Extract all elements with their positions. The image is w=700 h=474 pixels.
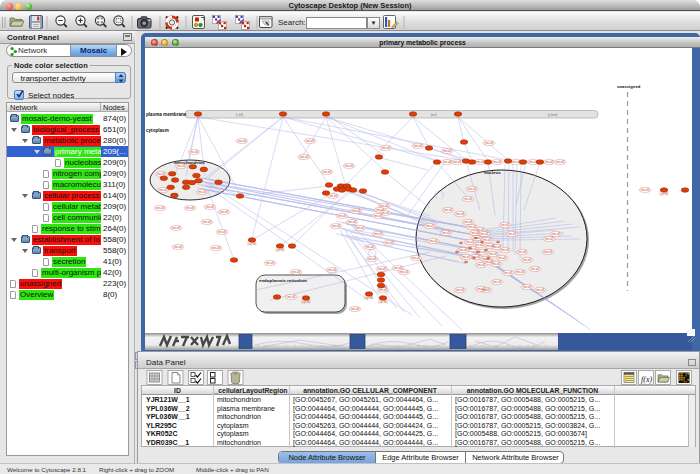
svg-text:f(x): f(x): [641, 375, 652, 384]
svg-text:(mit-a8): (mit-a8): [352, 209, 361, 213]
svg-text:(mit-a8): (mit-a8): [523, 258, 532, 262]
svg-text:(cyt-h8): (cyt-h8): [365, 296, 374, 300]
svg-text:(mit-a8): (mit-a8): [518, 250, 527, 254]
svg-text:(cyt-h8): (cyt-h8): [660, 192, 669, 196]
svg-text:(mit-a8): (mit-a8): [456, 288, 465, 292]
svg-text:(mit-a8): (mit-a8): [300, 155, 309, 159]
svg-text:(mit-a8): (mit-a8): [368, 257, 377, 261]
svg-text:(mit-a8): (mit-a8): [382, 146, 391, 150]
svg-text:(mit-a8): (mit-a8): [198, 190, 207, 194]
svg-text:(mit-a8): (mit-a8): [453, 160, 462, 164]
svg-text:(mit-a8): (mit-a8): [429, 239, 438, 243]
svg-text:(mit-a8): (mit-a8): [466, 240, 475, 244]
svg-text:(mit-a8): (mit-a8): [443, 149, 452, 153]
svg-text:(mit-a8): (mit-a8): [378, 267, 387, 271]
svg-text:(mit-a8): (mit-a8): [177, 164, 186, 168]
svg-text:[p-bind]: [p-bind]: [548, 113, 558, 117]
svg-text:unassigned: unassigned: [617, 84, 641, 89]
svg-text:(mit-a8): (mit-a8): [190, 150, 199, 154]
svg-text:nucleus: nucleus: [484, 170, 501, 175]
svg-text:(mit-a8): (mit-a8): [536, 288, 545, 292]
svg-text:(mit-a8): (mit-a8): [476, 160, 485, 164]
svg-text:(mit-a8): (mit-a8): [523, 285, 532, 289]
svg-text:(mit-a8): (mit-a8): [552, 232, 561, 236]
svg-text:(mit-a8): (mit-a8): [174, 245, 183, 249]
svg-text:(mit-a8): (mit-a8): [159, 188, 168, 192]
svg-text:(mit-a8): (mit-a8): [212, 246, 221, 250]
svg-text:(mit-a8): (mit-a8): [475, 243, 484, 247]
svg-text:(mit-a8): (mit-a8): [501, 223, 510, 227]
svg-text:(mit-a8): (mit-a8): [329, 194, 338, 198]
svg-text:(mit-a8): (mit-a8): [203, 220, 212, 224]
svg-text:(mit-a8): (mit-a8): [468, 187, 477, 191]
svg-text:endoplasmic reticulum: endoplasmic reticulum: [259, 278, 307, 283]
svg-text:(mit-a8): (mit-a8): [556, 160, 565, 164]
svg-text:(mit-a8): (mit-a8): [306, 139, 315, 143]
svg-text:[m-t]: [m-t]: [431, 113, 437, 117]
svg-text:(mit-a8): (mit-a8): [220, 210, 229, 214]
svg-text:cytoplasm: cytoplasm: [146, 128, 169, 133]
svg-text:(mit-a8): (mit-a8): [385, 241, 394, 245]
svg-text:(mit-a8): (mit-a8): [379, 288, 388, 292]
svg-text:(mit-a8): (mit-a8): [412, 256, 421, 260]
svg-text:(mit-a8): (mit-a8): [328, 268, 337, 272]
svg-text:(mit-a8): (mit-a8): [426, 224, 435, 228]
svg-text:(mit-a8): (mit-a8): [414, 144, 423, 148]
svg-text:(mit-a8): (mit-a8): [443, 160, 452, 164]
svg-text:(mit-a8): (mit-a8): [206, 205, 215, 209]
svg-text:(mit-a8): (mit-a8): [464, 220, 473, 224]
svg-text:(mit-a8): (mit-a8): [544, 250, 553, 254]
svg-text:(cyt-h8): (cyt-h8): [248, 242, 257, 246]
svg-text:(cyt-h8): (cyt-h8): [276, 248, 285, 252]
svg-text:(mit-a8): (mit-a8): [400, 270, 409, 274]
svg-text:(mit-a8): (mit-a8): [498, 256, 507, 260]
svg-text:(mit-a8): (mit-a8): [374, 232, 383, 236]
svg-text:(mit-a8): (mit-a8): [394, 266, 403, 270]
svg-text:(mit-a8): (mit-a8): [366, 245, 375, 249]
svg-text:(mit-a8): (mit-a8): [508, 232, 517, 236]
svg-text:(mit-a8): (mit-a8): [485, 141, 494, 145]
svg-text:(mit-a8): (mit-a8): [501, 248, 510, 252]
svg-text:(mit-a8): (mit-a8): [172, 226, 181, 230]
svg-text:(mit-a8): (mit-a8): [332, 224, 341, 228]
svg-text:(mit-a8): (mit-a8): [345, 164, 354, 168]
svg-text:(mit-a8): (mit-a8): [492, 262, 501, 266]
svg-text:(mit-a8): (mit-a8): [287, 295, 296, 299]
svg-text:(mit-a8): (mit-a8): [156, 206, 165, 210]
svg-text:(mit-a8): (mit-a8): [462, 255, 471, 259]
svg-text:(mit-a8): (mit-a8): [477, 263, 486, 267]
svg-text:(mit-a8): (mit-a8): [641, 188, 650, 192]
svg-text:(mit-a8): (mit-a8): [348, 220, 357, 224]
svg-text:(mit-a8): (mit-a8): [545, 237, 554, 241]
svg-text:(mit-a8): (mit-a8): [489, 252, 498, 256]
svg-text:(mit-a8): (mit-a8): [292, 270, 301, 274]
svg-text:(mit-a8): (mit-a8): [442, 231, 451, 235]
svg-text:(mit-a8): (mit-a8): [531, 267, 540, 271]
svg-text:(mit-a8): (mit-a8): [323, 170, 332, 174]
svg-text:(mit-a8): (mit-a8): [504, 271, 513, 275]
svg-text:(mit-a8): (mit-a8): [493, 160, 502, 164]
svg-text:(mit-a8): (mit-a8): [380, 204, 389, 208]
svg-text:(mit-a8): (mit-a8): [338, 214, 347, 218]
svg-text:(mit-a8): (mit-a8): [471, 231, 480, 235]
svg-text:(mit-a8): (mit-a8): [483, 238, 492, 242]
svg-text:(mit-a8): (mit-a8): [477, 287, 486, 291]
svg-text:(mit-a8): (mit-a8): [157, 172, 166, 176]
svg-text:(cyt-h8): (cyt-h8): [379, 300, 388, 304]
svg-text:(mit-a8): (mit-a8): [238, 139, 247, 143]
svg-text:(mit-a8): (mit-a8): [493, 245, 502, 249]
svg-text:(mit-a8): (mit-a8): [545, 160, 554, 164]
svg-text:(mit-a8): (mit-a8): [356, 226, 365, 230]
svg-text:(mit-a8): (mit-a8): [516, 270, 525, 274]
svg-text:[c-b8]: [c-b8]: [236, 113, 243, 117]
svg-text:(mit-a8): (mit-a8): [186, 206, 195, 210]
svg-text:(cyt-h8): (cyt-h8): [379, 285, 388, 289]
svg-text:(cyt-h8): (cyt-h8): [302, 300, 311, 304]
svg-text:(mit-a8): (mit-a8): [464, 197, 473, 201]
svg-text:(mit-a8): (mit-a8): [459, 248, 468, 252]
svg-text:(mit-a8): (mit-a8): [266, 261, 275, 265]
svg-text:(mit-a8): (mit-a8): [218, 230, 227, 234]
svg-text:(mit-a8): (mit-a8): [444, 208, 453, 212]
svg-text:plasma membrane: plasma membrane: [146, 112, 187, 117]
svg-text:(mit-a8): (mit-a8): [374, 214, 383, 218]
